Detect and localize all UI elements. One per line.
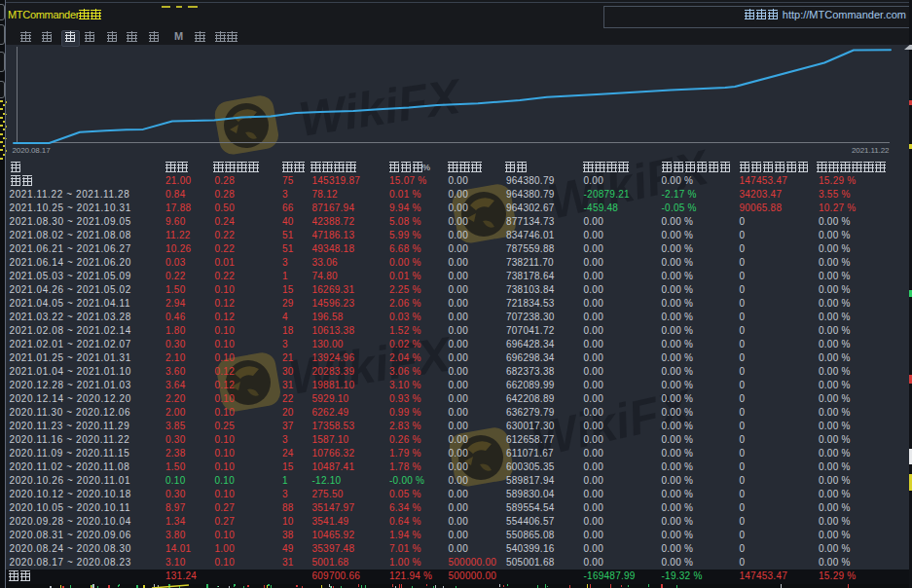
svg-text:2020.08.17: 2020.08.17 <box>13 146 52 155</box>
svg-text:2021.11.22: 2021.11.22 <box>852 146 890 155</box>
